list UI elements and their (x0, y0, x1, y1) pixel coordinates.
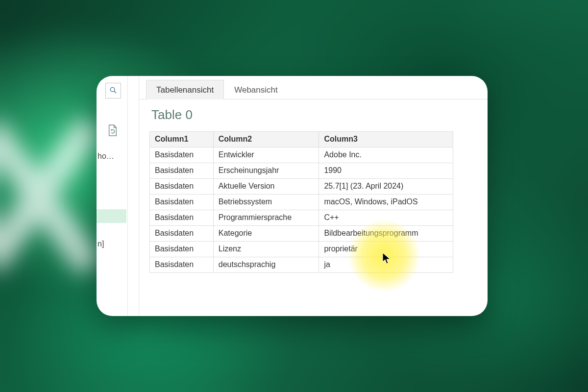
col-header-2[interactable]: Column2 (213, 132, 319, 147)
table-row[interactable]: BasisdatenErscheinungsjahr1990 (150, 163, 453, 179)
table-row[interactable]: Basisdatendeutschsprachigja (150, 257, 453, 273)
table-row[interactable]: BasisdatenEntwicklerAdobe Inc. (150, 147, 453, 163)
table-row[interactable]: BasisdatenKategorieBildbearbeitungsprogr… (150, 226, 453, 242)
cell[interactable]: Basisdaten (150, 226, 214, 242)
cell[interactable]: ja (319, 257, 453, 273)
cell[interactable]: Kategorie (213, 226, 319, 242)
col-header-3[interactable]: Column3 (319, 132, 453, 147)
table-row[interactable]: BasisdatenAktuelle Version25.7[1] (23. A… (150, 179, 453, 195)
table-body: BasisdatenEntwicklerAdobe Inc. Basisdate… (150, 147, 453, 273)
tab-label: Webansicht (234, 85, 278, 95)
vertical-divider (139, 76, 139, 316)
main-area: Tabellenansicht Webansicht Table 0 Colum… (128, 76, 488, 316)
sidebar-selected-row[interactable] (97, 209, 126, 223)
cell[interactable]: Basisdaten (150, 163, 214, 179)
search-icon (109, 86, 117, 96)
navigator-panel: ho… n] Tabellenansicht Webansicht Table … (97, 76, 488, 316)
cell[interactable]: Bildbearbeitungsprogramm (319, 226, 453, 242)
cell[interactable]: 1990 (319, 163, 453, 179)
tab-web-view[interactable]: Webansicht (224, 80, 288, 99)
sidebar-truncated-text-1: ho… (98, 152, 114, 161)
cell[interactable]: Aktuelle Version (213, 179, 319, 195)
cell[interactable]: proprietär (319, 242, 453, 257)
cell[interactable]: Basisdaten (150, 242, 214, 257)
cell[interactable]: Programmiersprache (213, 210, 319, 226)
search-button[interactable] (105, 83, 121, 98)
cell[interactable]: Lizenz (213, 242, 319, 257)
tab-label: Tabellenansicht (156, 85, 214, 95)
cell[interactable]: macOS, Windows, iPadOS (319, 195, 453, 210)
sidebar-truncated-text-2: n] (98, 240, 104, 248)
sidebar-sliver: ho… n] (97, 76, 128, 316)
cell[interactable]: Adobe Inc. (319, 147, 453, 163)
svg-point-0 (110, 87, 115, 92)
cell[interactable]: Betriebssystem (213, 195, 319, 210)
preview-table: Column1 Column2 Column3 BasisdatenEntwic… (149, 131, 453, 273)
view-tabs: Tabellenansicht Webansicht (139, 76, 488, 99)
table-row[interactable]: BasisdatenBetriebssystemmacOS, Windows, … (150, 195, 453, 210)
tab-table-view[interactable]: Tabellenansicht (146, 80, 224, 99)
content-area: Table 0 Column1 Column2 Column3 Basisdat… (149, 107, 476, 316)
cell[interactable]: Basisdaten (150, 257, 214, 273)
cell[interactable]: Basisdaten (150, 179, 214, 195)
table-row[interactable]: BasisdatenLizenzproprietär (150, 242, 453, 257)
cell[interactable]: Entwickler (213, 147, 319, 163)
cell[interactable]: Erscheinungsjahr (213, 163, 319, 179)
table-header-row: Column1 Column2 Column3 (150, 132, 453, 147)
cell[interactable]: C++ (319, 210, 453, 226)
cell[interactable]: Basisdaten (150, 147, 214, 163)
svg-line-1 (114, 91, 116, 93)
cell[interactable]: 25.7[1] (23. April 2024) (319, 179, 453, 195)
table-title: Table 0 (151, 107, 476, 122)
cell[interactable]: Basisdaten (150, 195, 214, 210)
table-row[interactable]: BasisdatenProgrammierspracheC++ (150, 210, 453, 226)
cell[interactable]: deutschsprachig (213, 257, 319, 273)
cell[interactable]: Basisdaten (150, 210, 214, 226)
document-refresh-icon (107, 124, 118, 137)
col-header-1[interactable]: Column1 (150, 132, 214, 147)
